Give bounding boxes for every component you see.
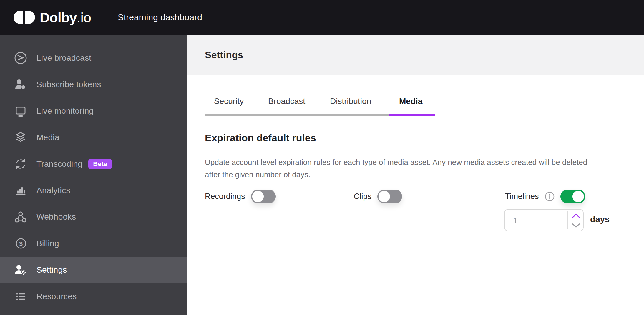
dolby-d-right xyxy=(25,11,35,24)
sidebar-item-subscribe-tokens[interactable]: Subscribe tokens xyxy=(0,71,187,98)
tab-security[interactable]: Security xyxy=(214,95,244,107)
recordings-label: Recordings xyxy=(205,192,245,201)
sidebar-item-live-broadcast[interactable]: Live broadcast xyxy=(0,45,187,71)
beta-badge: Beta xyxy=(88,159,112,169)
top-bar: Dolby.io Streaming dashboard xyxy=(0,0,644,35)
toggle-knob xyxy=(252,191,264,202)
page-title: Settings xyxy=(205,49,243,61)
live-monitoring-icon xyxy=(14,104,28,118)
sidebar-item-label: Live monitoring xyxy=(36,106,94,116)
sidebar-item-label: Live broadcast xyxy=(36,53,91,63)
info-icon[interactable] xyxy=(545,192,555,201)
settings-person-gear-icon xyxy=(14,263,28,277)
webhooks-icon xyxy=(14,210,28,224)
tab-underline-inactive xyxy=(205,114,389,116)
sidebar-item-webhooks[interactable]: Webhooks xyxy=(0,204,187,230)
timelines-toggle-group: Timelines xyxy=(505,189,585,204)
timelines-label: Timelines xyxy=(505,192,539,201)
dolby-logo[interactable]: Dolby.io xyxy=(14,0,91,35)
tab-underline-active xyxy=(389,114,435,116)
sidebar-item-media[interactable]: Media xyxy=(0,124,187,151)
sidebar-item-billing[interactable]: $ Billing xyxy=(0,230,187,257)
sidebar-item-transcoding[interactable]: Transcoding Beta xyxy=(0,151,187,177)
toggle-knob xyxy=(379,191,390,202)
logo-wordmark: Dolby.io xyxy=(40,11,91,24)
sidebar: Live broadcast Subscribe tokens Live mon… xyxy=(0,35,187,315)
toggle-knob xyxy=(572,191,584,202)
sidebar-item-label: Webhooks xyxy=(36,212,76,222)
section-heading: Expiration default rules xyxy=(205,131,316,144)
timelines-toggle[interactable] xyxy=(560,190,585,203)
section-description: Update account level expiration rules fo… xyxy=(205,156,601,181)
billing-icon: $ xyxy=(14,236,28,251)
recordings-toggle[interactable] xyxy=(251,190,276,203)
tab-media[interactable]: Media xyxy=(399,95,422,107)
sidebar-item-label: Analytics xyxy=(36,186,70,195)
stepper-divider xyxy=(567,211,568,229)
clips-label: Clips xyxy=(354,192,371,201)
stepper-down-button[interactable] xyxy=(568,221,584,230)
sidebar-item-analytics[interactable]: Analytics xyxy=(0,177,187,204)
subscribe-tokens-icon xyxy=(14,77,28,92)
expiration-days-stepper xyxy=(504,209,584,231)
expiration-days-input[interactable] xyxy=(505,210,572,231)
clips-toggle[interactable] xyxy=(377,190,402,203)
tab-distribution[interactable]: Distribution xyxy=(330,95,371,107)
sidebar-item-live-monitoring[interactable]: Live monitoring xyxy=(0,98,187,124)
sidebar-item-label: Billing xyxy=(36,239,59,248)
resources-list-icon xyxy=(14,289,28,304)
sidebar-item-settings[interactable]: Settings xyxy=(0,257,187,283)
dolby-double-d-icon xyxy=(14,11,35,24)
days-unit-label: days xyxy=(590,214,610,225)
media-icon xyxy=(14,130,28,145)
recordings-toggle-group: Recordings xyxy=(205,189,276,204)
sidebar-item-resources[interactable]: Resources xyxy=(0,283,187,310)
stepper-up-button[interactable] xyxy=(568,211,584,220)
transcoding-icon xyxy=(14,157,28,171)
tab-broadcast[interactable]: Broadcast xyxy=(268,95,305,107)
sidebar-item-label: Subscribe tokens xyxy=(36,80,101,89)
clips-toggle-group: Clips xyxy=(354,189,402,204)
live-broadcast-icon xyxy=(14,51,28,65)
svg-text:$: $ xyxy=(19,240,23,247)
sidebar-item-label: Resources xyxy=(36,292,77,301)
sidebar-item-label: Settings xyxy=(36,265,67,275)
analytics-icon xyxy=(14,183,28,198)
main-content: Settings Security Broadcast Distribution… xyxy=(187,35,644,315)
dolby-d-left xyxy=(14,11,23,24)
app-title: Streaming dashboard xyxy=(118,0,202,35)
sidebar-item-label: Media xyxy=(36,133,59,142)
sidebar-item-label: Transcoding xyxy=(36,159,82,169)
page-header: Settings xyxy=(187,35,644,75)
